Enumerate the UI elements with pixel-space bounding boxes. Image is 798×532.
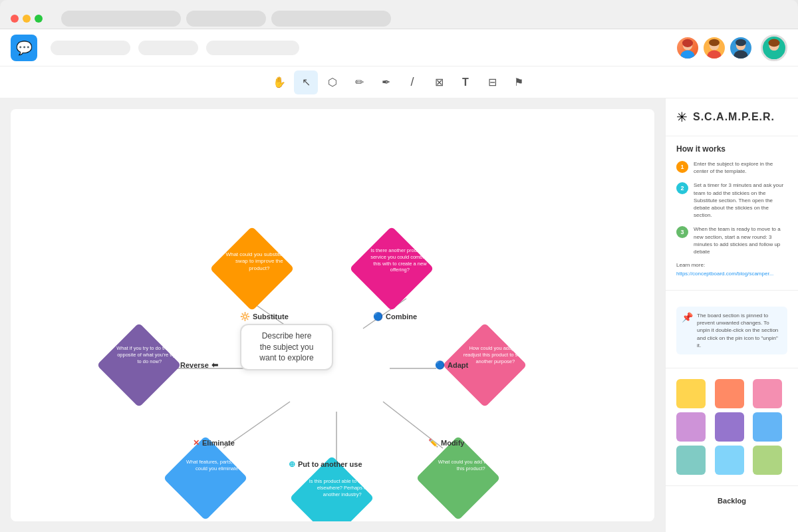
logo-icon: 💬: [16, 40, 33, 56]
select-tool[interactable]: ↖: [294, 70, 318, 94]
learn-more-link[interactable]: https://conceptboard.com/blog/scamper...: [676, 271, 787, 277]
modify-text: What could you add to modify this produc…: [434, 456, 507, 475]
header-nav-item-1[interactable]: [51, 41, 130, 55]
traffic-light-yellow[interactable]: [23, 15, 31, 23]
canvas-area[interactable]: Describe here the subject you want to ex…: [0, 98, 665, 532]
svg-point-1: [680, 50, 694, 59]
reverse-label-text: Reverse: [180, 361, 209, 369]
modify-label-text: Modify: [441, 439, 464, 447]
substitute-label: 🔆 Substitute: [240, 312, 289, 321]
step-3-num: 3: [676, 226, 688, 238]
reverse-emoji: ⬅: [211, 360, 218, 370]
avatar-1[interactable]: [676, 36, 700, 60]
adapt-emoji: 🔵: [435, 360, 445, 370]
color-swatch-0[interactable]: [676, 379, 706, 408]
combine-text: Is there another product or service you …: [363, 245, 436, 276]
step-2-num: 2: [676, 182, 688, 194]
eliminate-emoji: ✕: [193, 438, 200, 448]
put-to-use-emoji: ⊕: [289, 460, 295, 469]
eliminate-label: ✕ Eliminate: [193, 438, 235, 448]
svg-point-11: [769, 39, 780, 47]
modify-diamond: What could you add to modify this produc…: [416, 436, 500, 520]
canvas-content: Describe here the subject you want to ex…: [11, 109, 654, 521]
eliminate-text: What features, parts, or rules could you…: [182, 456, 255, 475]
crop-tool[interactable]: ⊠: [427, 70, 451, 94]
line-tool[interactable]: /: [400, 70, 424, 94]
substitute-label-text: Substitute: [253, 313, 289, 321]
avatar-3[interactable]: [729, 36, 753, 60]
step-1-text: Enter the subject to explore in the cent…: [694, 160, 787, 175]
reverse-label: Reverse ⬅: [180, 360, 218, 370]
text-tool[interactable]: T: [454, 70, 477, 94]
step-2-item: 2 Set a timer for 3 minutes and ask your…: [676, 182, 787, 219]
header-nav-item-3[interactable]: [206, 41, 299, 55]
divider-1: [666, 290, 798, 291]
step-1-item: 1 Enter the subject to explore in the ce…: [676, 160, 787, 175]
combine-diamond: Is there another product or service you …: [349, 226, 434, 311]
app-header: 💬: [0, 29, 798, 66]
app-logo[interactable]: 💬: [11, 35, 37, 61]
address-pill-2[interactable]: [186, 11, 266, 27]
right-panel: ✳ S.C.A.M.P.E.R. How it works 1 Enter th…: [665, 98, 798, 532]
color-swatch-5[interactable]: [753, 412, 782, 442]
browser-chrome: [0, 0, 798, 29]
put-to-use-label-text: Put to another use: [298, 460, 362, 468]
panel-header: ✳ S.C.A.M.P.E.R.: [666, 98, 798, 136]
flag-tool[interactable]: ⚑: [507, 70, 531, 94]
put-to-use-text: Is this product able to be used elsewher…: [306, 475, 379, 500]
modify-emoji: ✏️: [428, 438, 438, 448]
reverse-text: What if you try to do the exact opposite…: [113, 342, 186, 367]
table-tool[interactable]: ⊟: [480, 70, 504, 94]
substitute-diamond: What could you substitute or swap to imp…: [209, 226, 294, 311]
svg-point-8: [735, 39, 746, 46]
pin-icon: 📌: [682, 312, 693, 323]
divider-2: [666, 368, 798, 368]
hand-tool[interactable]: ✋: [267, 70, 291, 94]
panel-title: S.C.A.M.P.E.R.: [693, 111, 775, 123]
svg-point-4: [707, 50, 721, 59]
pen-tool[interactable]: ✏: [347, 70, 371, 94]
traffic-light-red[interactable]: [11, 15, 19, 23]
avatar-4[interactable]: [761, 35, 787, 61]
modify-label: ✏️ Modify: [428, 438, 464, 448]
color-swatch-4[interactable]: [715, 412, 744, 442]
address-bar-area: [48, 11, 787, 27]
header-avatars: [676, 35, 787, 61]
how-it-works-section: How it works 1 Enter the subject to expl…: [666, 136, 798, 285]
center-node-text: Describe here the subject you want to ex…: [259, 331, 313, 364]
adapt-label: 🔵 Adapt: [435, 360, 468, 370]
learn-more-label: Learn more:: [676, 262, 787, 268]
step-1-num: 1: [676, 161, 688, 173]
toolbar: ✋ ↖ ⬡ ✏ ✒ / ⊠ T ⊟ ⚑: [0, 66, 798, 98]
mindmap: Describe here the subject you want to ex…: [11, 109, 654, 521]
backlog-label: Backlog: [666, 491, 798, 510]
color-swatch-3[interactable]: [676, 412, 706, 442]
address-pill-3[interactable]: [271, 11, 391, 27]
how-it-works-title: How it works: [676, 144, 787, 154]
pencil-tool[interactable]: ✒: [374, 70, 398, 94]
shape-tool[interactable]: ⬡: [321, 70, 344, 94]
divider-3: [666, 485, 798, 486]
color-swatch-7[interactable]: [715, 446, 744, 475]
eliminate-label-text: Eliminate: [202, 439, 235, 447]
address-pill-1[interactable]: [61, 11, 181, 27]
avatar-2[interactable]: [702, 36, 726, 60]
substitute-emoji: 🔆: [240, 312, 250, 321]
color-swatch-1[interactable]: [715, 379, 744, 408]
panel-logo-icon: ✳: [676, 109, 688, 125]
svg-point-5: [709, 39, 720, 46]
traffic-light-green[interactable]: [35, 15, 43, 23]
eliminate-diamond: What features, parts, or rules could you…: [163, 436, 247, 520]
put-to-use-label: ⊕ Put to another use: [289, 460, 362, 469]
color-swatch-2[interactable]: [753, 379, 782, 408]
step-2-text: Set a timer for 3 minutes and ask your t…: [694, 182, 787, 219]
header-nav-item-2[interactable]: [138, 41, 198, 55]
color-swatch-8[interactable]: [753, 446, 782, 475]
svg-point-7: [733, 50, 747, 59]
pin-text: The board section is pinned to prevent u…: [697, 312, 782, 349]
svg-point-10: [766, 51, 782, 61]
pinned-note-section: 📌 The board section is pinned to prevent…: [666, 296, 798, 362]
color-swatch-6[interactable]: [676, 446, 706, 475]
center-node: Describe here the subject you want to ex…: [240, 324, 333, 370]
svg-point-2: [682, 39, 693, 47]
